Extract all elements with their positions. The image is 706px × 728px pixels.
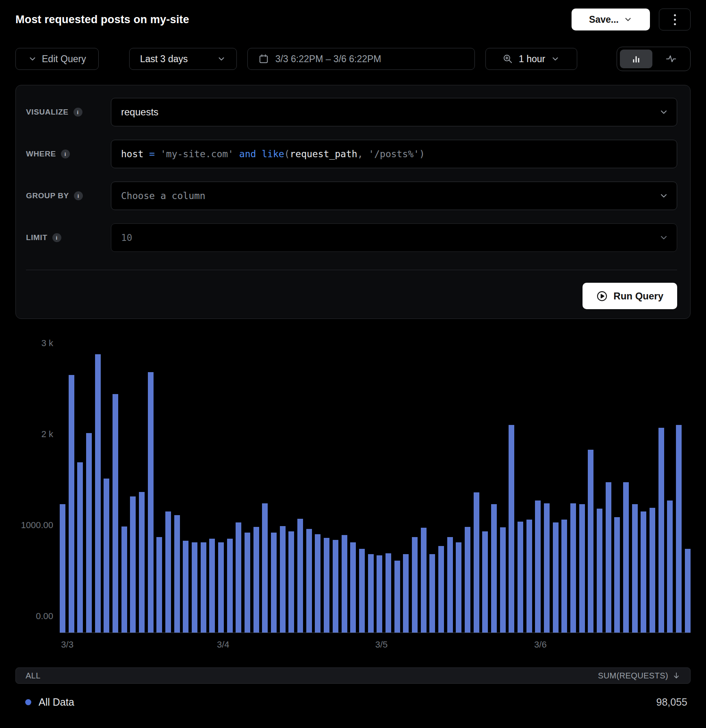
toolbar: Edit Query Last 3 days 3/3 6:22PM – 3/6 … <box>15 48 691 70</box>
chart-bar <box>570 503 576 633</box>
chart-bar <box>553 522 559 633</box>
chart-bar <box>535 500 541 633</box>
chart-bar <box>165 511 171 633</box>
chart-bar <box>86 433 92 633</box>
chart-bar <box>156 537 162 633</box>
chart-bar <box>500 527 506 633</box>
chart-bar <box>641 511 646 633</box>
chart-bar <box>377 555 382 633</box>
chart-bar <box>271 533 277 633</box>
chart-plot-area[interactable] <box>60 348 691 633</box>
chart-bar <box>297 519 303 633</box>
chevron-down-icon <box>28 54 37 63</box>
chart-bar <box>306 529 312 633</box>
line-chart-toggle[interactable] <box>655 50 687 68</box>
chevron-down-icon <box>659 233 669 243</box>
chart-bar <box>438 546 444 633</box>
where-row: WHERE i host = 'my-site.com' and like(re… <box>26 140 677 168</box>
save-button-label: Save... <box>589 14 619 25</box>
y-axis-labels: 3 k2 k1000.000.00 <box>15 348 53 633</box>
chart-bar <box>359 549 365 633</box>
date-range-picker[interactable]: 3/3 6:22PM – 3/6 6:22PM <box>247 48 475 70</box>
more-options-button[interactable] <box>659 9 691 30</box>
chart-bar <box>350 542 356 633</box>
panel-divider <box>26 270 677 270</box>
chart-bar <box>315 534 321 633</box>
chart-bar <box>368 554 374 633</box>
run-query-button[interactable]: Run Query <box>583 283 677 309</box>
chart-bar <box>650 508 655 633</box>
chart-bar <box>280 526 286 633</box>
pulse-line-icon <box>665 53 677 65</box>
chart-bar <box>121 526 127 633</box>
edit-query-label: Edit Query <box>42 54 86 65</box>
info-icon[interactable]: i <box>74 108 82 117</box>
y-axis-tick: 3 k <box>15 339 53 348</box>
chart-bar <box>218 542 224 633</box>
chart-bar <box>192 542 197 633</box>
series-color-dot <box>25 699 31 705</box>
chart-bar <box>394 561 400 633</box>
x-axis-tick: 3/4 <box>217 639 230 650</box>
where-input[interactable]: host = 'my-site.com' and like(request_pa… <box>111 140 677 168</box>
y-axis-tick: 0.00 <box>15 612 53 621</box>
interval-select[interactable]: 1 hour <box>485 48 577 70</box>
group-by-row: GROUP BY i Choose a column <box>26 182 677 210</box>
chart-bar <box>209 539 215 633</box>
edit-query-toggle[interactable]: Edit Query <box>15 48 99 70</box>
info-icon[interactable]: i <box>74 191 83 200</box>
time-range-value: Last 3 days <box>140 54 188 65</box>
chart-bar <box>174 515 180 633</box>
save-button[interactable]: Save... <box>572 9 650 30</box>
chart-bar <box>77 462 83 633</box>
interval-value: 1 hour <box>519 54 545 65</box>
chart-bar <box>183 541 188 633</box>
info-icon[interactable]: i <box>61 150 70 158</box>
group-by-placeholder: Choose a column <box>121 191 206 201</box>
summary-row-all-data[interactable]: All Data 98,055 <box>15 684 691 712</box>
sum-requests-sort[interactable]: SUM(REQUESTS) <box>598 671 680 680</box>
chevron-down-icon <box>659 191 669 201</box>
chart-bar <box>588 450 593 633</box>
chart-bar <box>614 517 620 633</box>
visualize-select[interactable]: requests <box>111 98 677 126</box>
time-range-select[interactable]: Last 3 days <box>129 48 237 70</box>
group-by-select[interactable]: Choose a column <box>111 182 677 210</box>
visualize-label: VISUALIZE i <box>26 108 111 117</box>
chevron-down-icon <box>217 54 226 63</box>
chart-bar <box>113 394 118 633</box>
series-total: 98,055 <box>656 696 687 708</box>
chart-bar <box>429 554 435 633</box>
chart-bar <box>104 479 109 633</box>
arrow-down-icon <box>672 672 680 680</box>
chart-bar <box>623 482 629 633</box>
info-icon[interactable]: i <box>52 233 61 242</box>
chart-bar <box>491 504 497 633</box>
limit-label-text: LIMIT <box>26 233 48 242</box>
chart-bar <box>658 428 664 633</box>
chart-bar <box>632 504 638 633</box>
chart-bar <box>403 554 409 633</box>
bar-chart-toggle[interactable] <box>620 50 652 68</box>
date-range-value: 3/3 6:22PM – 3/6 6:22PM <box>275 54 381 65</box>
visualize-label-text: VISUALIZE <box>26 108 69 117</box>
calendar-icon <box>258 54 269 64</box>
chart-bar <box>342 535 347 633</box>
chart-bar <box>262 503 268 633</box>
chevron-down-icon <box>551 54 560 63</box>
summary-table-header: ALL SUM(REQUESTS) <box>15 667 691 684</box>
chart-type-toggle <box>617 47 691 71</box>
chart-bar <box>412 537 418 633</box>
chart-bar <box>245 533 250 633</box>
play-circle-icon <box>596 290 608 302</box>
chart-bar <box>544 503 550 633</box>
chart-bar <box>95 354 101 633</box>
chart-bar <box>227 539 233 633</box>
chart-bar <box>421 528 427 633</box>
query-builder-page: Most requested posts on my-site Save... … <box>0 0 706 319</box>
x-axis-tick: 3/3 <box>61 639 74 650</box>
limit-value: 10 <box>121 232 132 243</box>
limit-input[interactable]: 10 <box>111 223 677 252</box>
chart-bar <box>474 492 479 633</box>
query-panel: VISUALIZE i requests WHERE i host = 'my-… <box>15 85 691 319</box>
